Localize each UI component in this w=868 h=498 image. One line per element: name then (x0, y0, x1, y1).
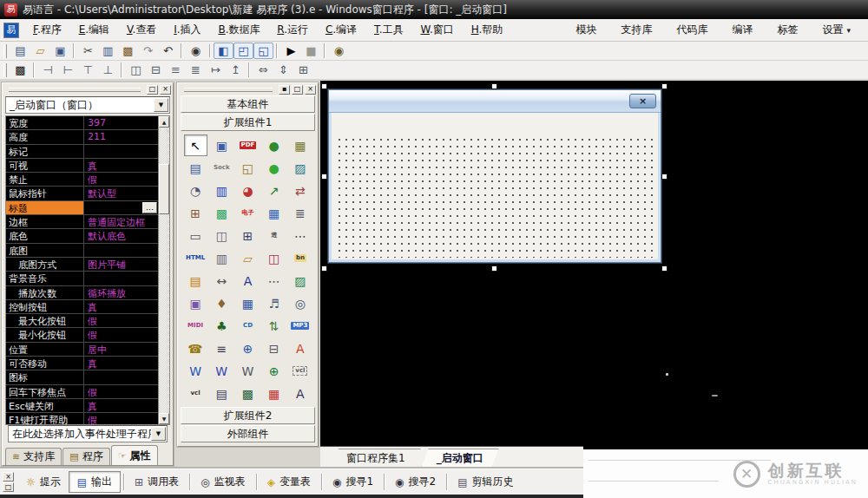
toolbar-button[interactable]: ⊢ (58, 62, 78, 78)
chevron-down-icon[interactable]: ▼ (154, 98, 168, 112)
toolbox-icon[interactable]: vcl (288, 360, 312, 382)
menu-item[interactable]: 编译 (721, 20, 766, 40)
toolbar-button[interactable]: ◉ (329, 43, 349, 59)
property-row[interactable]: 底图方式 图片平铺 (6, 258, 158, 272)
property-row[interactable]: 控制按钮 真 (6, 300, 158, 314)
panel-button[interactable]: □ (3, 482, 14, 492)
panel-drag-grip[interactable] (184, 88, 273, 92)
property-row[interactable]: 位置 居中 (6, 343, 158, 357)
menu-item[interactable]: F.程序 (26, 21, 69, 38)
toolbox-icon[interactable]: ▱ (236, 247, 260, 269)
toolbar-button[interactable]: ◱ (253, 43, 273, 59)
toolbar-button[interactable]: ◧ (214, 43, 233, 59)
toolbox-icon[interactable]: ▦ (262, 202, 286, 224)
toolbox-icon[interactable]: ▦ (262, 383, 286, 404)
toolbar-button[interactable]: ▩ (118, 43, 138, 59)
statusbar-item[interactable]: ◉ 搜寻1 (325, 472, 381, 492)
toolbox-icon[interactable]: ≡ (210, 337, 233, 359)
scroll-up-icon[interactable]: ▲ (159, 116, 169, 128)
toolbox-icon[interactable]: PDF (236, 134, 260, 156)
statusbar-item[interactable]: ◎ 监视表 (193, 472, 253, 492)
panel-button[interactable]: × (305, 85, 316, 95)
toolbox-icon[interactable]: ↗ (262, 180, 286, 201)
toolbox-icon[interactable]: ◔ (184, 180, 207, 201)
toolbox-icon[interactable]: bn (288, 247, 312, 269)
statusbar-item[interactable]: ◈ 变量表 (260, 472, 319, 492)
panel-header[interactable]: ▪□× (178, 83, 318, 95)
toolbox-icon[interactable]: ▥ (210, 247, 233, 269)
toolbar-button[interactable]: ⊥ (98, 62, 118, 78)
statusbar-item[interactable]: ▤ 剪辑历史 (450, 472, 521, 492)
component-selector[interactable]: _启动窗口（窗口） ▼ (5, 96, 170, 114)
menu-item[interactable]: 设置▾ (812, 20, 861, 40)
toolbox-icon[interactable]: ☎ (184, 337, 207, 359)
toolbox-group-button[interactable]: 外部组件 (181, 425, 315, 442)
toolbox-icon[interactable]: ▩ (210, 202, 233, 224)
menu-item[interactable]: B.数据库 (211, 21, 266, 38)
toolbox-icon[interactable]: ≣ (288, 202, 312, 224)
panel-tab[interactable]: ▤ 程序 (62, 448, 109, 465)
form-close-button[interactable]: × (629, 94, 656, 108)
menu-item[interactable]: W.窗口 (414, 21, 461, 38)
form-designer-canvas[interactable]: × (320, 81, 868, 449)
toolbox-icon[interactable]: ◕ (236, 180, 260, 201)
toolbox-icon[interactable]: ▨ (288, 270, 312, 292)
toolbox-icon[interactable]: W (184, 360, 207, 382)
toolbox-icon[interactable]: ⇅ (262, 315, 286, 337)
designed-form[interactable]: × (328, 89, 661, 263)
toolbox-icon[interactable]: ⋯ (288, 225, 312, 246)
ellipsis-button[interactable]: … (142, 202, 157, 213)
toolbar-grip[interactable] (3, 63, 7, 77)
toolbar-button[interactable]: ⇕ (273, 62, 293, 78)
property-row[interactable]: 标记 (6, 145, 158, 159)
toolbar-button[interactable]: ▶ (281, 43, 301, 59)
toolbox-icon[interactable]: ◎ (288, 292, 312, 314)
panel-button[interactable]: □ (147, 85, 158, 95)
toolbox-icon[interactable]: ⊞ (236, 225, 260, 246)
event-selector[interactable]: 在此处选择加入事件处理子程序 ▼ (8, 425, 168, 442)
statusbar-item[interactable]: ◉ 搜寻2 (387, 472, 444, 492)
toolbox-icon[interactable]: W (210, 360, 233, 382)
panel-button[interactable]: □ (292, 85, 303, 95)
toolbox-icon[interactable]: ♬ (262, 292, 286, 314)
toolbox-icon[interactable]: ↔ (210, 270, 233, 292)
toolbar-button[interactable]: ▣ (50, 43, 70, 59)
property-row[interactable]: 底色 默认底色 (6, 229, 158, 243)
toolbar-button[interactable]: ◉ (186, 43, 206, 59)
panel-button[interactable]: × (3, 472, 14, 482)
toolbox-icon[interactable]: ● (262, 134, 286, 156)
selection-handle-ne[interactable] (661, 83, 667, 89)
toolbox-icon[interactable]: ⊟ (262, 337, 286, 359)
document-tab[interactable]: _启动窗口 (421, 449, 499, 469)
toolbar-button[interactable]: ◫ (126, 62, 146, 78)
toolbox-icon[interactable]: ◫ (210, 225, 233, 246)
app-menu-icon[interactable]: 易 (3, 23, 19, 38)
toolbox-icon[interactable]: vcl (184, 383, 207, 404)
toolbox-icon[interactable]: 透 (262, 225, 286, 246)
panel-header[interactable]: □× (3, 83, 173, 95)
toolbar-button[interactable]: ⊟ (146, 62, 166, 78)
toolbox-icon[interactable]: ▨ (288, 157, 312, 179)
menu-item[interactable]: 代码库 (666, 20, 721, 40)
property-row[interactable]: 禁止 假 (6, 173, 158, 187)
toolbar-button[interactable]: ⇔ (253, 62, 273, 78)
toolbox-icon[interactable]: 电子 (236, 202, 260, 224)
toolbar-button[interactable]: ◰ (233, 43, 253, 59)
property-row[interactable]: 高度 211 (6, 130, 158, 144)
property-row[interactable]: 回车下移焦点 假 (6, 385, 158, 399)
toolbox-icon[interactable]: ▦ (236, 292, 260, 314)
statusbar-item[interactable]: ☼ 提示 (18, 472, 69, 492)
toolbox-icon[interactable]: ▤ (210, 383, 233, 404)
statusbar-item[interactable]: ⊞ 调用表 (127, 472, 187, 492)
statusbar-item[interactable]: ▤ 输出 (69, 471, 121, 493)
toolbox-icon[interactable]: ⋯ (262, 270, 286, 292)
toolbox-icon[interactable]: ▤ (184, 157, 207, 179)
selection-handle-e[interactable] (661, 174, 667, 180)
panel-tab[interactable]: ≋ 支持库 (5, 448, 62, 465)
menu-item[interactable]: V.查看 (120, 21, 164, 38)
toolbar-button[interactable]: ■ (301, 43, 321, 59)
toolbar-button[interactable]: ↷ (138, 43, 158, 59)
toolbox-icon[interactable]: ↖ (184, 134, 207, 156)
property-row[interactable]: 边框 普通固定边框 (6, 215, 158, 229)
toolbox-icon[interactable]: MIDI (184, 315, 207, 337)
